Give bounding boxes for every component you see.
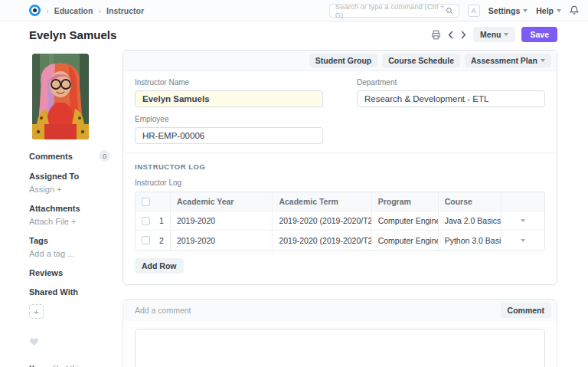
add-tag-input[interactable]: Add a tag ...: [29, 249, 74, 258]
cell-course[interactable]: Python 3.0 Basics: [439, 231, 501, 250]
page-head: Evelyn Samuels Menu Save: [0, 21, 588, 48]
section-heading: INSTRUCTOR LOG: [135, 162, 545, 171]
course-schedule-button[interactable]: Course Schedule: [382, 54, 460, 67]
sidebar-item-comments[interactable]: Comments 0: [29, 150, 110, 162]
row-index: 1: [159, 216, 164, 225]
save-button[interactable]: Save: [521, 27, 557, 42]
print-icon[interactable]: [431, 30, 441, 40]
comments-label: Comments: [29, 152, 73, 161]
form-sidebar: Comments 0 Assigned To Assign + Attachme…: [29, 48, 122, 367]
attachments-label: Attachments: [29, 204, 122, 213]
row-expand-chevron-icon[interactable]: [521, 239, 525, 242]
tags-label: Tags: [29, 236, 122, 245]
student-group-button[interactable]: Student Group: [309, 54, 378, 67]
add-row-button[interactable]: Add Row: [135, 258, 184, 274]
comment-header: Add a comment Comment: [123, 300, 557, 321]
share-add-button[interactable]: +: [29, 304, 44, 319]
reviews-label: Reviews: [29, 268, 122, 277]
breadcrumb-separator: ›: [46, 6, 49, 15]
assessment-plan-label: Assessment Plan: [471, 56, 537, 65]
column-header-academic-year[interactable]: Academic Year: [171, 192, 273, 211]
instructor-photo[interactable]: [32, 54, 89, 139]
cell-academic-year[interactable]: 2019-2020: [171, 231, 273, 250]
app-logo-icon[interactable]: [29, 5, 41, 16]
table-row[interactable]: 2 2019-2020 2019-2020 (2019-2020/T2) Com…: [136, 231, 544, 250]
menu-button[interactable]: Menu: [473, 27, 515, 42]
content-layout: Comments 0 Assigned To Assign + Attachme…: [0, 48, 588, 367]
activity-user: You: [29, 364, 44, 367]
prev-record-chevron-icon[interactable]: [447, 31, 454, 39]
instructor-name-label: Instructor Name: [135, 78, 323, 87]
department-label: Department: [357, 78, 545, 87]
instructor-log-section: INSTRUCTOR LOG Instructor Log Academic Y…: [123, 152, 557, 284]
employee-input[interactable]: HR-EMP-00006: [135, 127, 323, 144]
chevron-down-icon: [523, 9, 528, 12]
assessment-plan-button[interactable]: Assessment Plan: [465, 54, 551, 67]
table-row[interactable]: 1 2019-2020 2019-2020 (2019-2020/T2) Com…: [136, 211, 544, 231]
breadcrumb: › Education › Instructor: [29, 5, 144, 16]
row-expand-chevron-icon[interactable]: [521, 219, 525, 222]
instructor-name-field: Instructor Name Evelyn Samuels: [135, 78, 323, 107]
search-icon: [446, 7, 453, 15]
like-heart-icon[interactable]: [29, 337, 122, 346]
chevron-down-icon: [541, 59, 545, 62]
column-header-academic-term[interactable]: Academic Term: [273, 192, 371, 211]
form-links-toolbar: Student Group Course Schedule Assessment…: [123, 51, 557, 71]
chevron-down-icon: [504, 33, 508, 36]
fields-section: Instructor Name Evelyn Samuels Employee …: [123, 71, 557, 152]
shared-with-label: Shared With: [29, 287, 122, 297]
cell-program[interactable]: Computer Engineeri...: [372, 211, 439, 230]
comment-button[interactable]: Comment: [501, 303, 551, 318]
cell-academic-term[interactable]: 2019-2020 (2019-2020/T2): [273, 231, 371, 250]
breadcrumb-separator: ›: [98, 6, 101, 15]
page-actions: Menu Save: [431, 27, 557, 42]
add-comment-label: Add a comment: [135, 306, 191, 315]
next-record-chevron-icon[interactable]: [460, 31, 467, 39]
employee-label: Employee: [135, 115, 323, 123]
department-input[interactable]: Research & Development - ETL: [357, 90, 545, 107]
navbar: › Education › Instructor Search or type …: [0, 0, 588, 21]
activity-entry: You edited this a few seconds ago: [29, 363, 122, 367]
row-checkbox[interactable]: [142, 236, 150, 244]
comment-section: Add a comment Comment Ctrl+Enter to add …: [122, 299, 557, 367]
column-header-program[interactable]: Program: [372, 192, 439, 211]
breadcrumb-instructor[interactable]: Instructor: [106, 6, 144, 15]
settings-menu[interactable]: Settings: [488, 6, 528, 15]
notifications-bell-icon[interactable]: [570, 5, 579, 15]
assigned-to-label: Assigned To: [29, 172, 122, 181]
help-label: Help: [536, 6, 554, 15]
column-header-course[interactable]: Course: [439, 192, 501, 211]
instructor-name-input[interactable]: Evelyn Samuels: [135, 90, 323, 107]
activity-feed: You edited this a few seconds ago You cr…: [29, 363, 122, 367]
cell-academic-term[interactable]: 2019-2020 (2019-2020/T2): [273, 211, 371, 230]
row-index: 2: [159, 236, 164, 245]
breadcrumb-education[interactable]: Education: [54, 6, 93, 15]
search-placeholder: Search or type a command (Ctrl + G): [335, 2, 446, 19]
form-main: Student Group Course Schedule Assessment…: [122, 48, 557, 367]
menu-button-label: Menu: [480, 30, 501, 39]
row-checkbox[interactable]: [142, 217, 150, 225]
comment-input[interactable]: [135, 329, 545, 367]
avatar[interactable]: A: [468, 5, 480, 17]
instructor-log-grid-label: Instructor Log: [135, 179, 545, 187]
navbar-actions: Search or type a command (Ctrl + G) A Se…: [329, 4, 579, 18]
department-field: Department Research & Development - ETL: [357, 78, 545, 107]
help-menu[interactable]: Help: [536, 6, 561, 15]
cell-course[interactable]: Java 2.0 Basics: [439, 211, 501, 230]
cell-program[interactable]: Computer Engineeri...: [372, 231, 439, 250]
column-header-actions: [501, 192, 544, 211]
chevron-down-icon: [557, 9, 561, 12]
assign-button[interactable]: Assign +: [29, 185, 62, 194]
form-card: Student Group Course Schedule Assessment…: [122, 50, 557, 285]
settings-label: Settings: [488, 6, 520, 15]
grid-header-row: Academic Year Academic Term Program Cour…: [136, 192, 544, 211]
activity-action: edited this: [46, 364, 83, 367]
employee-field: Employee HR-EMP-00006: [135, 115, 323, 144]
comments-count-badge: 0: [99, 150, 110, 162]
page-title: Evelyn Samuels: [29, 28, 116, 41]
global-search-input[interactable]: Search or type a command (Ctrl + G): [329, 4, 459, 18]
instructor-log-grid: Academic Year Academic Term Program Cour…: [135, 192, 545, 251]
attach-file-button[interactable]: Attach File +: [29, 217, 76, 226]
select-all-checkbox[interactable]: [142, 198, 150, 206]
cell-academic-year[interactable]: 2019-2020: [171, 211, 273, 230]
